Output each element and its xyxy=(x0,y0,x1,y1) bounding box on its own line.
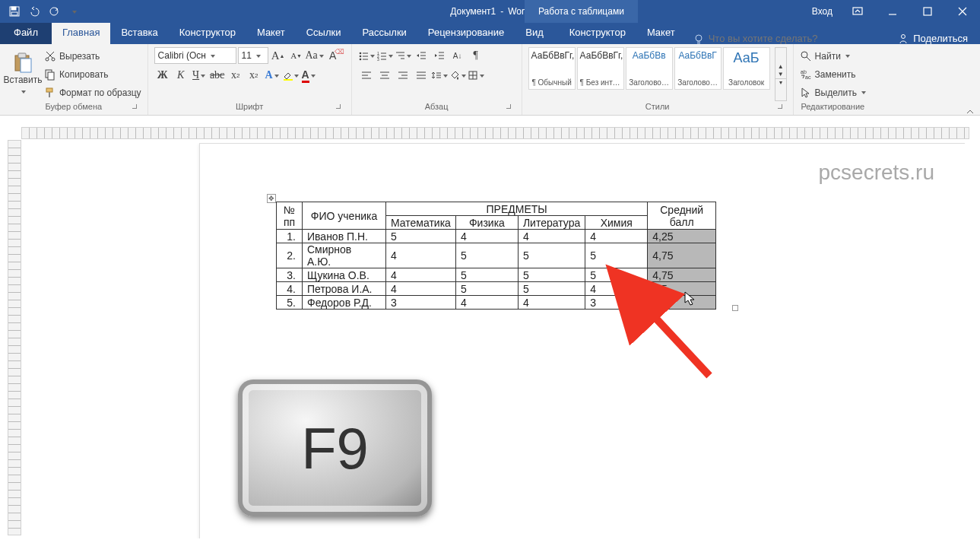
table-move-handle[interactable]: ✥ xyxy=(267,194,276,203)
document-area[interactable]: pcsecrets.ru ✥ № пп ФИО ученика ПРЕДМЕТЫ… xyxy=(24,143,965,538)
shrink-font-button[interactable]: A▼ xyxy=(288,47,305,64)
clipboard-launcher[interactable] xyxy=(131,103,140,112)
clear-format-button[interactable]: A⌫ xyxy=(325,47,341,64)
copy-button[interactable]: Копировать xyxy=(44,66,141,83)
format-painter-button[interactable]: Формат по образцу xyxy=(44,84,141,101)
table-resize-handle[interactable] xyxy=(732,305,738,311)
align-left-button[interactable] xyxy=(358,67,375,84)
svg-line-18 xyxy=(48,52,54,58)
quick-access-toolbar xyxy=(0,3,82,20)
tab-file[interactable]: Файл xyxy=(0,23,52,44)
styles-more[interactable]: ▲▼▾ xyxy=(775,47,787,101)
undo-button[interactable] xyxy=(26,3,43,20)
table-row: 3.Щукина О.В.45554,75 xyxy=(277,268,716,282)
table-row: 4.Петрова И.А.45544,5 xyxy=(277,282,716,296)
qat-customize[interactable] xyxy=(65,3,82,20)
font-size-combo[interactable]: 11 xyxy=(238,47,268,64)
f9-key-graphic: F9 xyxy=(238,379,432,516)
superscript-button[interactable]: x2 xyxy=(246,67,262,84)
show-marks-button[interactable]: ¶ xyxy=(468,47,484,64)
align-center-button[interactable] xyxy=(376,67,393,84)
tab-home[interactable]: Главная xyxy=(52,23,110,44)
tell-me-input[interactable] xyxy=(709,33,861,44)
svg-point-64 xyxy=(801,52,807,58)
sort-button[interactable]: A↓ xyxy=(449,47,466,64)
svg-rect-4 xyxy=(853,8,862,14)
decrease-indent-button[interactable] xyxy=(413,47,430,64)
text-effects-button[interactable]: A xyxy=(264,67,281,84)
tab-mailings[interactable]: Рассылки xyxy=(351,23,417,44)
svg-rect-24 xyxy=(284,79,293,81)
styles-gallery[interactable]: АаБбВвГг,¶ Обычный АаБбВвГг,¶ Без инте… … xyxy=(528,47,770,101)
close-button[interactable] xyxy=(945,0,980,23)
style-normal[interactable]: АаБбВвГг,¶ Обычный xyxy=(528,47,576,90)
contextual-tab-title: Работа с таблицами xyxy=(525,0,638,23)
svg-line-65 xyxy=(807,57,810,61)
select-button[interactable]: Выделить xyxy=(800,84,866,101)
ribbon-tabs: Файл Главная Вставка Конструктор Макет С… xyxy=(0,23,980,44)
font-launcher[interactable] xyxy=(335,103,344,112)
bullets-button[interactable] xyxy=(358,47,375,64)
strike-button[interactable]: abc xyxy=(209,67,226,84)
justify-button[interactable] xyxy=(413,67,430,84)
grow-font-button[interactable]: A▲ xyxy=(270,47,287,64)
find-button[interactable]: Найти xyxy=(800,48,866,65)
increase-indent-button[interactable] xyxy=(431,47,448,64)
redo-button[interactable] xyxy=(46,3,62,20)
save-button[interactable] xyxy=(6,3,23,20)
ribbon-display-options[interactable] xyxy=(840,0,875,23)
underline-button[interactable]: Ч xyxy=(191,67,208,84)
paragraph-launcher[interactable] xyxy=(505,103,514,112)
signin-button[interactable]: Вход xyxy=(804,0,840,23)
tab-layout[interactable]: Макет xyxy=(246,23,296,44)
svg-rect-21 xyxy=(48,72,54,80)
page[interactable]: pcsecrets.ru ✥ № пп ФИО ученика ПРЕДМЕТЫ… xyxy=(199,143,965,538)
styles-launcher[interactable] xyxy=(776,103,785,112)
tab-insert[interactable]: Вставка xyxy=(110,23,168,44)
group-paragraph: 123 A↓ ¶ Абзац xyxy=(352,44,522,115)
subscript-button[interactable]: x2 xyxy=(227,67,244,84)
grades-table[interactable]: № пп ФИО ученика ПРЕДМЕТЫ Средний балл М… xyxy=(276,202,716,310)
highlight-button[interactable] xyxy=(282,67,299,84)
maximize-button[interactable] xyxy=(910,0,945,23)
numbering-button[interactable]: 123 xyxy=(376,47,393,64)
th-num: № пп xyxy=(277,202,303,230)
group-font: Calibri (Осн 11 A▲ A▼ Aa A⌫ Ж К Ч abc x2… xyxy=(148,44,352,115)
italic-button[interactable]: К xyxy=(173,67,189,84)
minimize-button[interactable] xyxy=(875,0,910,23)
scissors-icon xyxy=(44,50,56,62)
bucket-icon xyxy=(449,70,460,81)
multilevel-icon xyxy=(395,50,405,61)
watermark: pcsecrets.ru xyxy=(819,160,935,185)
style-heading1[interactable]: АаБбВвЗаголово… xyxy=(626,47,673,90)
font-color-button[interactable]: A xyxy=(300,67,317,84)
tell-me[interactable] xyxy=(693,33,886,44)
replace-button[interactable]: abacЗаменить xyxy=(800,66,866,83)
tab-view[interactable]: Вид xyxy=(515,23,554,44)
bold-button[interactable]: Ж xyxy=(154,67,171,84)
paste-button[interactable]: Вставить xyxy=(6,47,40,101)
font-name-combo[interactable]: Calibri (Осн xyxy=(154,47,236,64)
style-no-spacing[interactable]: АаБбВвГг,¶ Без инте… xyxy=(577,47,624,90)
multilevel-button[interactable] xyxy=(395,47,411,64)
style-heading2[interactable]: АаБбВвГЗаголово… xyxy=(674,47,722,90)
ribbon: Вставить Вырезать Копировать Формат по о… xyxy=(0,44,980,116)
tab-references[interactable]: Ссылки xyxy=(296,23,352,44)
line-spacing-icon xyxy=(431,70,442,81)
align-right-button[interactable] xyxy=(395,67,411,84)
tab-review[interactable]: Рецензирование xyxy=(417,23,515,44)
tab-table-layout[interactable]: Макет xyxy=(636,23,686,44)
borders-button[interactable] xyxy=(468,67,484,84)
shading-button[interactable] xyxy=(449,67,466,84)
tab-table-design[interactable]: Конструктор xyxy=(559,23,636,44)
line-spacing-button[interactable] xyxy=(431,67,448,84)
share-button[interactable]: Поделиться xyxy=(886,33,980,44)
cut-button[interactable]: Вырезать xyxy=(44,48,141,65)
tab-design[interactable]: Конструктор xyxy=(169,23,246,44)
vertical-ruler[interactable] xyxy=(8,140,21,535)
style-title[interactable]: АаБЗаголовок xyxy=(723,47,770,90)
horizontal-ruler[interactable] xyxy=(21,126,969,140)
lightbulb-icon xyxy=(693,33,704,44)
th-chem: Химия xyxy=(585,216,648,230)
change-case-button[interactable]: Aa xyxy=(306,47,323,64)
